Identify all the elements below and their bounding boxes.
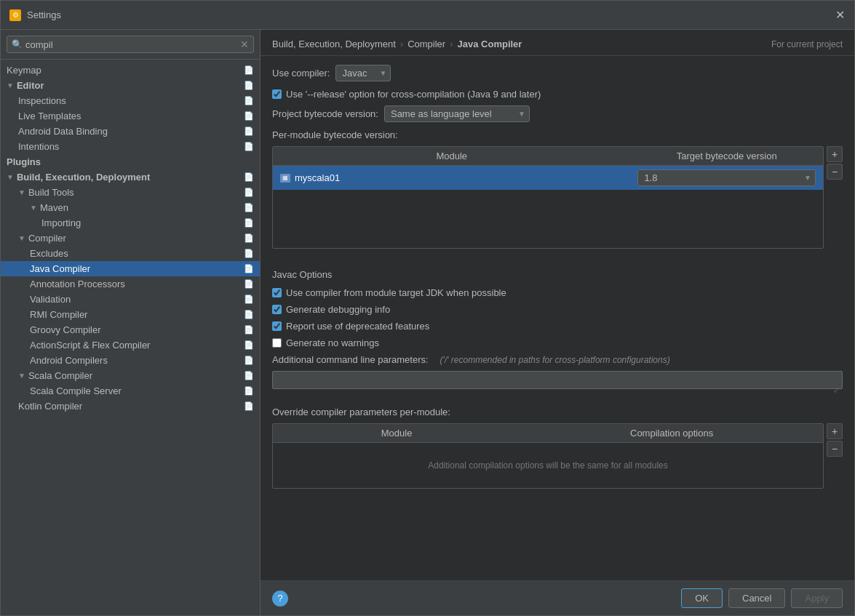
sidebar-item-android-compilers[interactable]: Android Compilers 📄: [1, 353, 260, 368]
sidebar-item-validation[interactable]: Validation 📄: [1, 292, 260, 307]
sidebar-item-build-tools[interactable]: ▼ Build Tools 📄: [1, 185, 260, 200]
close-button[interactable]: ✕: [834, 9, 846, 21]
additional-params-input[interactable]: [272, 371, 843, 389]
sidebar-item-plugins[interactable]: Plugins: [1, 154, 260, 169]
for-current-project-link[interactable]: For current project: [771, 39, 843, 49]
sidebar-item-android-data-binding[interactable]: Android Data Binding 📄: [1, 124, 260, 139]
page-icon: 📄: [244, 172, 254, 182]
arrow-icon: ▼: [30, 204, 37, 212]
search-clear-icon[interactable]: ✕: [240, 39, 249, 50]
empty-rows: [273, 190, 823, 248]
module-name: myscala01: [295, 172, 340, 183]
use-module-target-label: Use compiler from module target JDK when…: [286, 287, 506, 298]
settings-window: ⚙ Settings ✕ 🔍 ✕ Keymap 📄 ▼: [0, 0, 855, 616]
search-input[interactable]: [25, 39, 240, 50]
add-module-button[interactable]: +: [827, 146, 843, 162]
remove-override-button[interactable]: −: [827, 441, 843, 457]
module-table: Module Target bytecode version ▦ m: [273, 147, 823, 248]
page-icon: 📄: [244, 264, 254, 273]
override-table-buttons: + −: [827, 423, 843, 489]
additional-params-note: ('/' recommended in paths for cross-plat…: [440, 355, 670, 365]
apply-button[interactable]: Apply: [791, 588, 843, 608]
sidebar-item-inspections[interactable]: Inspections 📄: [1, 93, 260, 108]
sidebar-item-groovy-compiler[interactable]: Groovy Compiler 📄: [1, 322, 260, 337]
override-title: Override compiler parameters per-module:: [272, 407, 843, 417]
report-deprecated-checkbox[interactable]: [272, 321, 282, 331]
override-table: Module Compilation options Additional co…: [273, 424, 823, 488]
sidebar-item-java-compiler[interactable]: Java Compiler 📄: [1, 261, 260, 276]
main-panel: Build, Execution, Deployment › Compiler …: [261, 30, 854, 615]
sidebar-item-scala-compiler[interactable]: ▼ Scala Compiler 📄: [1, 368, 260, 383]
expand-icon: ⤢: [833, 385, 840, 395]
javac-options-title: Javac Options: [272, 269, 843, 280]
sidebar-item-live-templates[interactable]: Live Templates 📄: [1, 108, 260, 124]
additional-params-input-wrap: ⤢: [272, 371, 843, 398]
tree-nav: Keymap 📄 ▼ Editor 📄 Inspections 📄 Live T…: [1, 60, 260, 615]
search-box: 🔍 ✕: [1, 30, 260, 60]
breadcrumb-part2: Compiler: [407, 39, 445, 49]
module-version-select[interactable]: 1.8 1.6 1.7 9 11: [637, 169, 816, 186]
page-icon: 📄: [244, 295, 254, 304]
sidebar-item-importing[interactable]: Importing 📄: [1, 215, 260, 231]
table-row[interactable]: ▦ myscala01 1.8 1.6: [273, 166, 823, 191]
use-compiler-row: Use compiler: Javac Eclipse Ajc ▼: [272, 65, 843, 81]
use-compiler-label: Use compiler:: [272, 68, 330, 79]
content-area: 🔍 ✕ Keymap 📄 ▼ Editor 📄: [1, 30, 854, 615]
override-empty-msg: Additional compilation options will be t…: [273, 443, 823, 489]
cancel-button[interactable]: Cancel: [728, 588, 785, 608]
arrow-icon: ▼: [7, 81, 14, 89]
sidebar-item-excludes[interactable]: Excludes 📄: [1, 246, 260, 261]
page-icon: 📄: [244, 96, 254, 105]
page-icon: 📄: [244, 233, 254, 243]
ok-button[interactable]: OK: [681, 588, 723, 608]
breadcrumb-part1: Build, Execution, Deployment: [272, 39, 396, 49]
page-icon: 📄: [244, 310, 254, 319]
arrow-icon: ▼: [7, 173, 14, 181]
page-icon: 📄: [244, 218, 254, 228]
page-icon: 📄: [244, 371, 254, 380]
javac-option-use-module-target: Use compiler from module target JDK when…: [272, 287, 843, 298]
use-module-target-checkbox[interactable]: [272, 288, 282, 297]
add-override-button[interactable]: +: [827, 423, 843, 439]
sidebar-item-annotation-processors[interactable]: Annotation Processors 📄: [1, 276, 260, 292]
breadcrumb: Build, Execution, Deployment › Compiler …: [272, 39, 522, 49]
release-option-checkbox[interactable]: [272, 89, 282, 99]
generate-debug-checkbox[interactable]: [272, 305, 282, 314]
module-table-section: Module Target bytecode version ▦ m: [272, 146, 843, 257]
sidebar: 🔍 ✕ Keymap 📄 ▼ Editor 📄: [1, 30, 261, 615]
app-icon: ⚙: [9, 9, 21, 21]
sidebar-item-editor[interactable]: ▼ Editor 📄: [1, 78, 260, 93]
sidebar-item-kotlin-compiler[interactable]: Kotlin Compiler 📄: [1, 399, 260, 414]
page-icon: 📄: [244, 188, 254, 197]
sidebar-item-maven[interactable]: ▼ Maven 📄: [1, 200, 260, 215]
override-table-wrap: Module Compilation options Additional co…: [272, 423, 824, 489]
sidebar-item-compiler[interactable]: ▼ Compiler 📄: [1, 231, 260, 246]
javac-option-report-deprecated: Report use of deprecated features: [272, 321, 843, 332]
per-module-title: Per-module bytecode version:: [272, 129, 843, 140]
window-title: Settings: [27, 9, 834, 20]
sidebar-item-intentions[interactable]: Intentions 📄: [1, 139, 260, 154]
col-header-version: Target bytecode version: [630, 147, 823, 166]
use-compiler-select[interactable]: Javac Eclipse Ajc: [335, 65, 391, 81]
panel-header: Build, Execution, Deployment › Compiler …: [261, 30, 854, 56]
title-bar: ⚙ Settings ✕: [1, 1, 854, 30]
sidebar-item-actionscript-flex-compiler[interactable]: ActionScript & Flex Compiler 📄: [1, 337, 260, 353]
additional-params-row: Additional command line parameters: ('/'…: [272, 354, 843, 365]
sidebar-item-build-execution-deployment[interactable]: ▼ Build, Execution, Deployment 📄: [1, 169, 260, 185]
page-icon: 📄: [244, 401, 254, 411]
page-icon: 📄: [244, 111, 254, 121]
sidebar-item-rmi-compiler[interactable]: RMI Compiler 📄: [1, 307, 260, 322]
help-button[interactable]: ?: [272, 591, 288, 607]
page-icon: 📄: [244, 203, 254, 212]
footer: ? OK Cancel Apply: [261, 580, 854, 615]
search-wrap[interactable]: 🔍 ✕: [7, 36, 254, 53]
generate-debug-label: Generate debugging info: [286, 304, 390, 315]
generate-no-warnings-label: Generate no warnings: [286, 337, 379, 348]
generate-no-warnings-checkbox[interactable]: [272, 338, 282, 348]
sidebar-item-scala-compile-server[interactable]: Scala Compile Server 📄: [1, 383, 260, 399]
override-col-compilation: Compilation options: [520, 424, 823, 443]
sidebar-item-keymap[interactable]: Keymap 📄: [1, 63, 260, 78]
breadcrumb-sep2: ›: [450, 39, 453, 49]
remove-module-button[interactable]: −: [827, 164, 843, 180]
bytecode-version-select[interactable]: Same as language level 1.6 1.7 1.8 9 11: [384, 105, 530, 122]
